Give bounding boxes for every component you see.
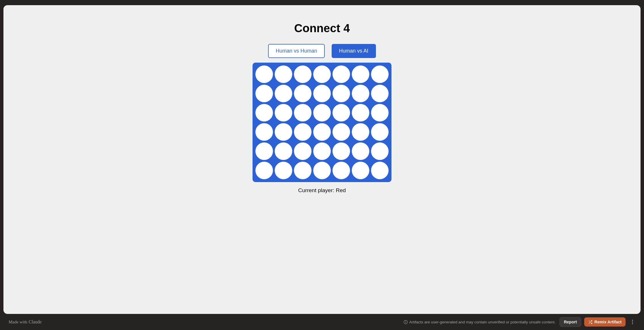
report-button[interactable]: Report	[559, 317, 581, 327]
board-cell[interactable]	[275, 85, 292, 102]
board-cell[interactable]	[352, 123, 369, 141]
board-cell[interactable]	[255, 65, 273, 83]
board-cell[interactable]	[313, 65, 331, 83]
mode-human-vs-ai-button[interactable]: Human vs AI	[332, 44, 376, 58]
game-board	[253, 63, 391, 182]
made-with-prefix: Made with	[9, 320, 27, 325]
board-cell[interactable]	[294, 142, 312, 160]
mode-selector: Human vs Human Human vs AI	[268, 44, 376, 58]
disclaimer-text: Artifacts are user-generated and may con…	[404, 320, 556, 324]
board-cell[interactable]	[371, 123, 389, 141]
board-cell[interactable]	[255, 85, 273, 102]
board-cell[interactable]	[371, 104, 389, 121]
board-cell[interactable]	[332, 85, 350, 102]
current-player-status: Current player: Red	[298, 187, 346, 194]
made-with-brand: Claude	[29, 319, 42, 325]
board-cell[interactable]	[255, 142, 273, 160]
made-with-claude[interactable]: Made with Claude	[9, 319, 42, 325]
board-cell[interactable]	[352, 142, 369, 160]
board-cell[interactable]	[332, 65, 350, 83]
board-cell[interactable]	[294, 162, 312, 179]
svg-line-5	[589, 321, 590, 321]
board-cell[interactable]	[332, 162, 350, 179]
more-menu-button[interactable]	[630, 318, 635, 326]
board-cell[interactable]	[371, 65, 389, 83]
board-cell[interactable]	[294, 65, 312, 83]
board-cell[interactable]	[294, 123, 312, 141]
board-cell[interactable]	[313, 104, 331, 121]
svg-point-7	[632, 321, 633, 322]
page-title: Connect 4	[294, 22, 350, 35]
board-cell[interactable]	[332, 104, 350, 121]
board-cell[interactable]	[352, 162, 369, 179]
board-cell[interactable]	[371, 162, 389, 179]
board-cell[interactable]	[275, 142, 292, 160]
mode-human-vs-human-button[interactable]: Human vs Human	[268, 44, 324, 58]
remix-label: Remix Artifact	[595, 320, 622, 324]
board-cell[interactable]	[313, 142, 331, 160]
remix-artifact-button[interactable]: Remix Artifact	[584, 317, 626, 327]
board-cell[interactable]	[352, 85, 369, 102]
svg-point-6	[632, 320, 633, 321]
board-cell[interactable]	[352, 104, 369, 121]
board-cell[interactable]	[352, 65, 369, 83]
board-cell[interactable]	[313, 162, 331, 179]
board-cell[interactable]	[332, 142, 350, 160]
board-cell[interactable]	[332, 123, 350, 141]
svg-point-2	[406, 321, 406, 321]
board-cell[interactable]	[255, 104, 273, 121]
board-cell[interactable]	[275, 162, 292, 179]
board-cell[interactable]	[294, 85, 312, 102]
svg-point-8	[632, 323, 633, 324]
board-cell[interactable]	[313, 123, 331, 141]
board-cell[interactable]	[294, 104, 312, 121]
board-cell[interactable]	[275, 104, 292, 121]
info-icon	[404, 320, 408, 324]
board-cell[interactable]	[255, 162, 273, 179]
shuffle-icon	[588, 320, 593, 324]
board-cell[interactable]	[371, 85, 389, 102]
board-cell[interactable]	[275, 123, 292, 141]
board-cell[interactable]	[371, 142, 389, 160]
board-cell[interactable]	[275, 65, 292, 83]
board-cell[interactable]	[255, 123, 273, 141]
game-viewport: Connect 4 Human vs Human Human vs AI Cur…	[3, 5, 641, 314]
footer-bar: Made with Claude Artifacts are user-gene…	[3, 314, 641, 330]
board-cell[interactable]	[313, 85, 331, 102]
